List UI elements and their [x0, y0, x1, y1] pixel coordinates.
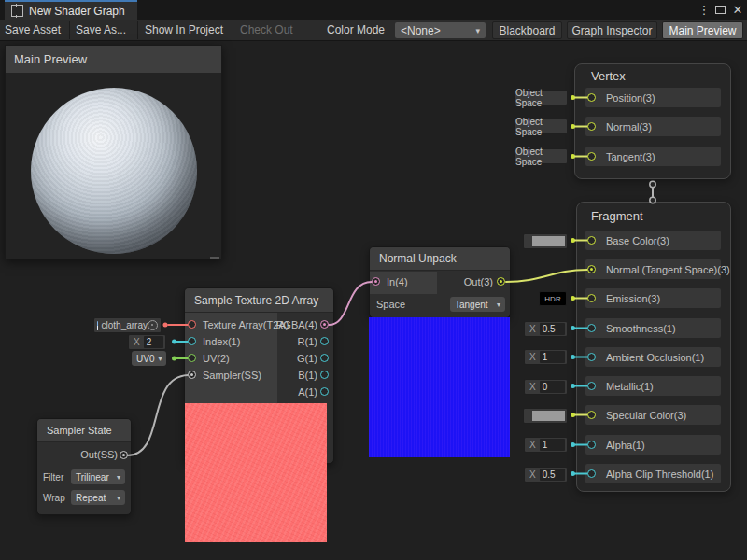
index-value[interactable]: 2: [144, 336, 163, 348]
specular-color-swatch[interactable]: [523, 408, 568, 424]
fragment-row-specular-color[interactable]: Specular Color(3): [585, 405, 721, 425]
binding-dot: [571, 238, 575, 243]
alpha-clip-threshold-value[interactable]: 0.5: [540, 469, 565, 481]
texture-array-port[interactable]: [188, 320, 196, 329]
base-color-swatch[interactable]: [523, 233, 568, 249]
fragment-row-alpha[interactable]: Alpha(1): [585, 435, 721, 455]
r-port[interactable]: [320, 337, 329, 345]
close-icon[interactable]: ✕: [731, 2, 744, 18]
wire-out-to-normal[interactable]: [506, 270, 587, 282]
output-label: G(1): [261, 353, 317, 364]
out-ss-port[interactable]: [120, 451, 128, 459]
binding-dot: [571, 296, 575, 301]
space-dropdown[interactable]: Tangent: [450, 297, 505, 312]
color-mode-dropdown[interactable]: <None>: [395, 22, 486, 38]
ambient-occlusion-value[interactable]: 1: [540, 351, 565, 363]
alpha-port[interactable]: [587, 441, 596, 449]
node-title-bar[interactable]: Normal Unpack: [370, 247, 510, 271]
smoothness-field[interactable]: X0.5: [524, 321, 568, 337]
wrap-dropdown[interactable]: Repeat: [71, 490, 125, 505]
rgba-port[interactable]: [320, 320, 329, 329]
main-preview-header[interactable]: Main Preview: [6, 46, 221, 73]
save-asset-button[interactable]: Save Asset: [5, 20, 61, 41]
main-preview-toggle[interactable]: Main Preview: [662, 21, 743, 39]
output-label: R(1): [261, 336, 317, 347]
save-as-button[interactable]: Save As...: [76, 20, 126, 41]
out-port[interactable]: [497, 277, 505, 286]
index-field[interactable]: X2: [128, 334, 166, 350]
fragment-row-smoothness[interactable]: Smoothness(1): [585, 318, 721, 338]
alpha-clip-threshold-port[interactable]: [587, 469, 596, 478]
object-picker-icon[interactable]: [148, 320, 158, 330]
texture-array-object-field[interactable]: cloth_array: [93, 317, 162, 333]
metallic-value[interactable]: 0: [540, 381, 565, 393]
tab-new-shader-graph[interactable]: New Shader Graph: [5, 0, 137, 20]
show-in-project-button[interactable]: Show In Project: [145, 20, 223, 41]
row-label: Metallic(1): [606, 381, 654, 392]
g-port[interactable]: [320, 354, 329, 362]
blackboard-toggle[interactable]: Blackboard: [492, 21, 562, 39]
sampler-port[interactable]: [188, 371, 196, 379]
row-label: Alpha(1): [606, 440, 645, 451]
fragment-row-ambient-occlusion[interactable]: Ambient Occlusion(1): [585, 347, 721, 367]
fragment-row-normal[interactable]: Normal (Tangent Space)(3): [585, 259, 721, 279]
row-label: Alpha Clip Threshold(1): [606, 469, 713, 480]
fragment-row-base-color[interactable]: Base Color(3): [585, 231, 721, 250]
node-title-bar[interactable]: Sample Texture 2D Array: [185, 288, 333, 313]
position-port[interactable]: [587, 93, 596, 102]
uv-channel-value: UV0: [136, 354, 154, 364]
alpha-clip-threshold-field[interactable]: X0.5: [524, 467, 568, 483]
binding-dot: [172, 340, 176, 344]
vertex-row-normal[interactable]: Normal(3): [585, 117, 721, 136]
main-preview-panel[interactable]: Main Preview: [5, 45, 222, 259]
node-title-bar[interactable]: Sampler State: [37, 419, 131, 442]
metallic-port[interactable]: [587, 382, 596, 390]
x-label: X: [525, 382, 540, 392]
ambient-occlusion-port[interactable]: [587, 353, 596, 361]
uv-port[interactable]: [188, 354, 196, 362]
base-color-port[interactable]: [587, 236, 596, 245]
metallic-field[interactable]: X0: [524, 379, 568, 395]
smoothness-port[interactable]: [587, 324, 596, 332]
tangent-port[interactable]: [587, 152, 596, 161]
shader-graph-icon: [11, 5, 23, 17]
filter-dropdown[interactable]: Trilinear: [71, 469, 125, 484]
ambient-occlusion-field[interactable]: X1: [524, 349, 568, 365]
texture-array-value: cloth_array: [102, 320, 148, 330]
tab-title: New Shader Graph: [29, 5, 125, 18]
position-space-dropdown[interactable]: Object Space: [514, 90, 568, 105]
in-port[interactable]: [372, 277, 380, 286]
smoothness-value[interactable]: 0.5: [540, 323, 565, 335]
node-title: Sample Texture 2D Array: [194, 294, 318, 307]
uv-channel-dropdown[interactable]: UV0: [132, 351, 166, 366]
normal-port[interactable]: [587, 122, 596, 131]
fragment-row-metallic[interactable]: Metallic(1): [585, 376, 721, 396]
normal-space-dropdown[interactable]: Object Space: [514, 119, 568, 134]
wire-samplerstate-to-sampler[interactable]: [127, 375, 188, 455]
vertex-row-position[interactable]: Position(3): [585, 88, 721, 107]
menu-icon[interactable]: ⋮: [698, 2, 711, 18]
filter-label: Filter: [43, 472, 63, 483]
tangent-space-dropdown[interactable]: Object Space: [514, 148, 568, 164]
emission-hdr-swatch[interactable]: HDR: [539, 291, 567, 306]
emission-port[interactable]: [587, 294, 596, 302]
alpha-field[interactable]: X1: [524, 437, 568, 453]
x-label: X: [129, 337, 144, 347]
index-port[interactable]: [188, 337, 196, 345]
binding-dot: [571, 471, 575, 476]
maximize-icon[interactable]: [715, 6, 726, 14]
normal-map-preview: [369, 317, 510, 457]
wire-rgba-to-in[interactable]: [329, 282, 372, 325]
vertex-row-tangent[interactable]: Tangent(3): [585, 147, 721, 166]
alpha-value[interactable]: 1: [540, 439, 565, 451]
x-label: X: [525, 469, 540, 480]
fragment-row-emission[interactable]: Emission(3): [585, 288, 721, 308]
specular-color-port[interactable]: [587, 411, 596, 419]
context-connector-top: [650, 181, 655, 187]
fragment-row-alpha-clip-threshold[interactable]: Alpha Clip Threshold(1): [585, 464, 721, 483]
b-port[interactable]: [320, 371, 329, 379]
a-port[interactable]: [320, 387, 329, 396]
graph-inspector-toggle[interactable]: Graph Inspector: [567, 21, 657, 39]
normal-tangent-port[interactable]: [587, 265, 596, 273]
panel-resize-grip[interactable]: [210, 257, 219, 259]
